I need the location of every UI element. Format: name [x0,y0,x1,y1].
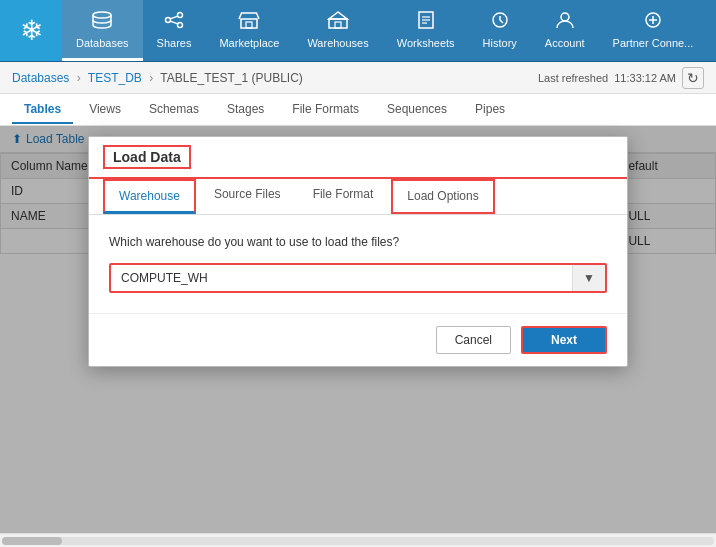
breadcrumb-testdb[interactable]: TEST_DB [88,71,142,85]
svg-line-5 [170,21,177,24]
main-content: ⬆ Load Table Column Name Ordinal ▲ Type … [0,126,716,533]
tab-file-formats[interactable]: File Formats [280,96,371,124]
modal-tab-warehouse[interactable]: Warehouse [103,179,196,214]
breadcrumb-databases[interactable]: Databases [12,71,69,85]
tab-sequences[interactable]: Sequences [375,96,459,124]
account-icon [554,10,576,35]
load-data-modal: Load Data Warehouse Source Files File Fo… [88,136,628,367]
svg-point-16 [561,13,569,21]
tab-tables[interactable]: Tables [12,96,73,124]
shares-label: Shares [157,37,192,49]
refresh-area: Last refreshed 11:33:12 AM ↻ [538,67,704,89]
breadcrumb-current: TABLE_TEST_1 (PUBLIC) [160,71,303,85]
modal-tabs: Warehouse Source Files File Format Load … [89,179,627,215]
nav-item-history[interactable]: History [469,0,531,61]
nav-item-shares[interactable]: Shares [143,0,206,61]
modal-footer: Cancel Next [89,313,627,366]
shares-icon [163,10,185,35]
nav-item-account[interactable]: Account [531,0,599,61]
app-logo: ❄ [0,0,62,61]
warehouse-input[interactable] [111,265,572,291]
refresh-button[interactable]: ↻ [682,67,704,89]
modal-tab-file-format-label: File Format [313,187,374,201]
svg-point-0 [93,12,111,18]
horizontal-scrollbar[interactable] [0,533,716,547]
worksheets-label: Worksheets [397,37,455,49]
tab-views[interactable]: Views [77,96,133,124]
nav-item-partner[interactable]: Partner Conne... [599,0,708,61]
warehouse-dropdown-button[interactable]: ▼ [572,265,605,291]
nav-item-marketplace[interactable]: Marketplace [205,0,293,61]
snowflake-icon: ❄ [20,17,43,45]
svg-rect-8 [329,19,347,28]
scrollbar-track [2,537,714,545]
account-label: Account [545,37,585,49]
svg-point-2 [166,17,171,22]
modal-tab-load-options[interactable]: Load Options [391,179,494,214]
history-label: History [483,37,517,49]
modal-tab-load-options-label: Load Options [407,189,478,203]
modal-body: Which warehouse do you want to use to lo… [89,215,627,313]
tab-schemas[interactable]: Schemas [137,96,211,124]
databases-icon [91,10,113,35]
nav-items: Databases Shares Marketplace Warehouses … [62,0,716,61]
svg-rect-6 [241,19,257,28]
modal-tab-warehouse-label: Warehouse [119,189,180,203]
warehouse-question: Which warehouse do you want to use to lo… [109,235,607,249]
modal-tab-source-files[interactable]: Source Files [200,179,295,214]
warehouse-select-wrapper: ▼ [109,263,607,293]
last-refreshed-label: Last refreshed [538,72,608,84]
modal-tab-source-files-label: Source Files [214,187,281,201]
svg-point-3 [178,22,183,27]
next-button[interactable]: Next [521,326,607,354]
svg-rect-7 [246,22,252,28]
cancel-button[interactable]: Cancel [436,326,511,354]
breadcrumb: Databases › TEST_DB › TABLE_TEST_1 (PUBL… [12,71,303,85]
svg-point-1 [178,12,183,17]
breadcrumb-bar: Databases › TEST_DB › TABLE_TEST_1 (PUBL… [0,62,716,94]
databases-label: Databases [76,37,129,49]
subtabs: Tables Views Schemas Stages File Formats… [0,94,716,126]
top-navbar: ❄ Databases Shares Marketplace Warehouse… [0,0,716,62]
worksheets-icon [415,10,437,35]
partner-label: Partner Conne... [613,37,694,49]
tab-stages[interactable]: Stages [215,96,276,124]
warehouses-icon [327,10,349,35]
tab-pipes[interactable]: Pipes [463,96,517,124]
marketplace-icon [238,10,260,35]
svg-marker-9 [329,12,347,19]
warehouses-label: Warehouses [307,37,368,49]
nav-item-warehouses[interactable]: Warehouses [293,0,382,61]
history-icon [489,10,511,35]
nav-item-databases[interactable]: Databases [62,0,143,61]
partner-icon [642,10,664,35]
marketplace-label: Marketplace [219,37,279,49]
last-refreshed-time: 11:33:12 AM [614,72,676,84]
modal-header: Load Data [89,137,627,179]
modal-title: Load Data [103,145,191,169]
svg-rect-10 [335,22,341,28]
modal-tab-file-format[interactable]: File Format [299,179,388,214]
scrollbar-thumb[interactable] [2,537,62,545]
nav-item-worksheets[interactable]: Worksheets [383,0,469,61]
modal-overlay: Load Data Warehouse Source Files File Fo… [0,126,716,533]
svg-line-4 [170,16,177,19]
